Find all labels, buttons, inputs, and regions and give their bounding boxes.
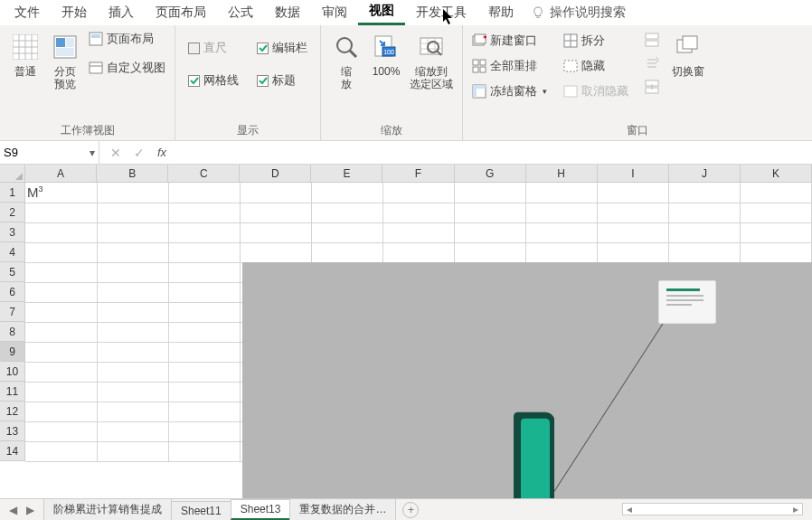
row-header[interactable]: 8	[0, 322, 25, 342]
chevron-down-icon: ▾	[543, 87, 547, 96]
menu-insert[interactable]: 插入	[98, 1, 145, 24]
menu-data[interactable]: 数据	[264, 1, 311, 24]
scroll-right-icon[interactable]: ▸	[789, 503, 802, 515]
col-header[interactable]: F	[382, 165, 454, 183]
col-header[interactable]: D	[240, 165, 311, 183]
row-header[interactable]: 7	[0, 302, 25, 322]
custom-views-icon	[89, 61, 103, 75]
hide-button[interactable]: 隐藏	[563, 58, 628, 74]
col-header[interactable]: K	[741, 165, 812, 183]
row-header[interactable]: 6	[0, 282, 25, 302]
name-box-dropdown-icon[interactable]: ▾	[90, 147, 95, 159]
menu-search[interactable]: 操作说明搜索	[532, 5, 626, 21]
freeze-panes-icon	[472, 84, 486, 99]
sheet-nav-prev-icon[interactable]: ◀	[9, 504, 17, 516]
add-sheet-button[interactable]: +	[402, 502, 419, 518]
zoom-100-icon: 100	[372, 33, 401, 61]
menu-formulas[interactable]: 公式	[217, 1, 264, 24]
zoom-100-button[interactable]: 100 100%	[366, 29, 406, 81]
custom-views-button[interactable]: 自定义视图	[89, 60, 165, 76]
view-side-by-side-button[interactable]	[645, 33, 659, 47]
menu-help[interactable]: 帮助	[477, 1, 524, 24]
col-header[interactable]: I	[598, 165, 669, 183]
sheet-tab[interactable]: Sheet13	[231, 499, 291, 520]
sheet-tab[interactable]: Sheet11	[171, 501, 231, 520]
checkbox-icon	[257, 43, 269, 54]
col-header[interactable]: H	[526, 165, 598, 183]
svg-rect-21	[473, 67, 478, 72]
new-window-button[interactable]: ✶ 新建窗口	[472, 33, 547, 49]
horizontal-scrollbar[interactable]: ◂ ▸	[622, 503, 803, 515]
checkbox-ruler[interactable]: 直尺	[188, 40, 239, 56]
col-header[interactable]: E	[311, 165, 382, 183]
menu-view[interactable]: 视图	[358, 0, 405, 25]
col-header[interactable]: G	[455, 165, 526, 183]
svg-rect-30	[646, 41, 658, 46]
cancel-formula-icon[interactable]: ✕	[110, 146, 121, 160]
row-header[interactable]: 3	[0, 222, 25, 242]
new-window-icon: ✶	[472, 33, 486, 48]
view-normal-button[interactable]: 普通	[5, 29, 45, 81]
row-header[interactable]: 12	[0, 402, 25, 421]
zoom-selection-icon	[417, 33, 446, 61]
menu-developer[interactable]: 开发工具	[405, 1, 477, 24]
checkbox-icon	[188, 43, 200, 54]
name-box[interactable]: ▾	[0, 141, 99, 164]
ribbon: 普通 分页 预览 页面布局 自定义视图 工作簿视图	[0, 25, 812, 141]
arrange-all-button[interactable]: 全部重排	[472, 58, 547, 74]
col-header[interactable]: A	[25, 165, 97, 183]
floating-graphic[interactable]	[242, 262, 812, 498]
row-header[interactable]: 2	[0, 203, 25, 222]
page-layout-button[interactable]: 页面布局	[89, 31, 165, 47]
row-header[interactable]: 5	[0, 262, 25, 282]
checkbox-icon	[257, 75, 269, 87]
reset-window-button[interactable]	[645, 80, 659, 94]
svg-rect-29	[646, 33, 658, 39]
checkbox-gridlines[interactable]: 网格线	[188, 72, 239, 89]
enter-formula-icon[interactable]: ✓	[134, 146, 145, 160]
sheet-nav-next-icon[interactable]: ▶	[26, 504, 34, 516]
switch-windows-button[interactable]: 切换窗	[666, 29, 710, 81]
group-label-window: 窗口	[468, 121, 807, 138]
sheet-tab[interactable]: 重复数据的合并…	[289, 498, 396, 520]
group-label-zoom: 缩放	[326, 121, 457, 138]
col-header[interactable]: B	[97, 165, 168, 183]
menu-file[interactable]: 文件	[4, 1, 51, 24]
row-header[interactable]: 11	[0, 382, 25, 402]
sheet-tab[interactable]: 阶梯累进计算销售提成	[43, 498, 172, 520]
unhide-icon	[563, 84, 578, 99]
formula-input[interactable]	[183, 146, 807, 159]
svg-rect-20	[480, 60, 486, 65]
row-header[interactable]: 4	[0, 242, 25, 262]
cell-A1[interactable]: M3	[25, 183, 97, 203]
svg-rect-6	[91, 34, 100, 38]
group-show: 直尺 网格线 编辑栏 标题 显示	[175, 25, 321, 140]
row-header[interactable]: 13	[0, 421, 25, 441]
menu-review[interactable]: 审阅	[311, 1, 358, 24]
row-header[interactable]: 9	[0, 342, 25, 362]
zoom-button[interactable]: 缩 放	[326, 29, 366, 95]
name-box-input[interactable]	[4, 146, 67, 159]
reset-window-icon	[645, 80, 659, 94]
sync-scroll-button[interactable]	[645, 56, 659, 71]
split-icon	[563, 33, 578, 48]
zoom-to-selection-button[interactable]: 缩放到 选定区域	[406, 29, 457, 95]
select-all-corner[interactable]	[0, 165, 25, 183]
page-break-preview-button[interactable]: 分页 预览	[45, 29, 85, 95]
row-header[interactable]: 10	[0, 362, 25, 382]
split-button[interactable]: 拆分	[563, 33, 628, 49]
row-header[interactable]: 1	[0, 183, 25, 203]
menu-search-label: 操作说明搜索	[550, 5, 626, 21]
scroll-left-icon[interactable]: ◂	[623, 503, 636, 515]
menu-page-layout[interactable]: 页面布局	[145, 1, 217, 24]
checkbox-headings[interactable]: 标题	[257, 72, 307, 89]
svg-rect-19	[473, 60, 478, 65]
freeze-panes-button[interactable]: 冻结窗格 ▾	[472, 83, 547, 99]
fx-icon[interactable]: fx	[157, 146, 166, 159]
col-header[interactable]: C	[168, 165, 240, 183]
menu-home[interactable]: 开始	[51, 1, 98, 24]
checkbox-formula-bar[interactable]: 编辑栏	[257, 40, 307, 56]
row-header[interactable]: 14	[0, 441, 25, 461]
col-header[interactable]: J	[669, 165, 741, 183]
sync-scroll-icon	[645, 56, 659, 71]
